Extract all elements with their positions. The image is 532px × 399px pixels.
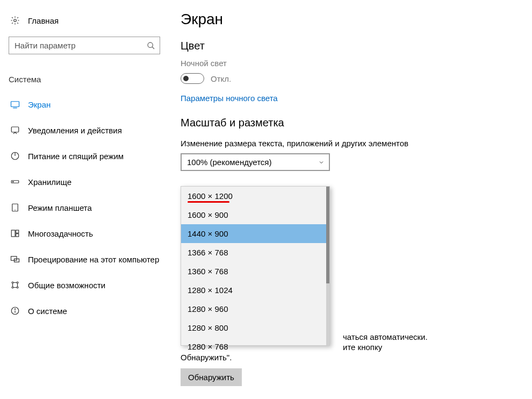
- sidebar-item-about[interactable]: О системе: [5, 298, 172, 324]
- svg-rect-5: [11, 127, 19, 132]
- resolution-option-selected[interactable]: 1440 × 900: [181, 224, 329, 243]
- main-content: Экран Цвет Ночной свет Откл. Параметры н…: [172, 0, 532, 399]
- sidebar-item-label: Экран: [28, 100, 51, 109]
- annotation-underline: [188, 201, 229, 203]
- storage-icon: [10, 176, 20, 187]
- svg-point-19: [12, 287, 13, 288]
- scale-value: 100% (рекомендуется): [187, 158, 271, 167]
- sidebar-item-label: Общие возможности: [28, 281, 105, 290]
- section-scale: Масштаб и разметка: [181, 117, 532, 129]
- partial-text: ите кнопку: [343, 343, 460, 352]
- resolution-option[interactable]: 1280 × 960: [181, 300, 329, 318]
- sidebar-item-tablet-mode[interactable]: Режим планшета: [5, 195, 172, 220]
- category-label: Система: [5, 70, 172, 91]
- sidebar-item-label: Проецирование на этот компьютер: [28, 255, 159, 264]
- gear-icon: [10, 15, 20, 26]
- sidebar: Главная Система Экран Уведомления и дейс…: [0, 0, 172, 399]
- page-title: Экран: [181, 11, 532, 28]
- home-nav[interactable]: Главная: [5, 11, 172, 30]
- sidebar-item-power[interactable]: Питание и спящий режим: [5, 143, 172, 169]
- display-icon: [10, 99, 20, 110]
- sidebar-item-label: О системе: [28, 307, 67, 316]
- scale-label: Изменение размера текста, приложений и д…: [181, 139, 532, 148]
- sidebar-item-label: Режим планшета: [28, 203, 92, 212]
- svg-point-20: [17, 287, 18, 288]
- resolution-option[interactable]: 1600 × 900: [181, 205, 329, 224]
- chevron-down-icon: [318, 159, 325, 166]
- svg-rect-15: [11, 256, 17, 261]
- multitask-icon: [10, 228, 20, 239]
- night-light-toggle[interactable]: [181, 73, 204, 84]
- dropdown-scrollbar[interactable]: [326, 187, 329, 345]
- svg-point-17: [12, 282, 13, 283]
- night-light-label: Ночной свет: [181, 59, 532, 68]
- sidebar-item-storage[interactable]: Хранилище: [5, 169, 172, 195]
- night-light-settings-link[interactable]: Параметры ночного света: [181, 94, 278, 103]
- home-label: Главная: [28, 16, 59, 25]
- detect-button[interactable]: Обнаружить: [181, 368, 242, 386]
- search-input-container[interactable]: [9, 37, 160, 54]
- svg-line-2: [152, 47, 154, 49]
- resolution-option[interactable]: 1360 × 768: [181, 262, 329, 281]
- scrollbar-thumb[interactable]: [326, 187, 329, 283]
- notification-icon: [10, 125, 20, 136]
- resolution-dropdown-list[interactable]: 1600 × 1200 1600 × 900 1440 × 900 1366 ×…: [181, 186, 330, 346]
- resolution-option[interactable]: 1366 × 768: [181, 243, 329, 262]
- svg-rect-3: [11, 102, 19, 107]
- sidebar-item-projecting[interactable]: Проецирование на этот компьютер: [5, 246, 172, 272]
- power-icon: [10, 151, 20, 161]
- project-icon: [10, 254, 20, 265]
- sidebar-item-label: Хранилище: [28, 177, 71, 187]
- sidebar-item-label: Уведомления и действия: [28, 126, 122, 135]
- sidebar-item-label: Питание и спящий режим: [28, 152, 124, 161]
- shared-icon: [10, 280, 20, 290]
- resolution-option[interactable]: 1280 × 1024: [181, 281, 329, 300]
- search-icon: [147, 41, 155, 50]
- svg-point-1: [148, 42, 153, 47]
- tablet-mode-icon: [10, 202, 20, 213]
- svg-point-23: [15, 309, 15, 309]
- resolution-option[interactable]: 1600 × 1200: [181, 187, 329, 205]
- sidebar-item-label: Многозадачность: [28, 229, 93, 238]
- partial-text: Обнаружить".: [181, 353, 460, 362]
- scale-dropdown[interactable]: 100% (рекомендуется): [181, 153, 330, 171]
- svg-point-18: [17, 282, 18, 283]
- svg-point-9: [13, 181, 14, 182]
- section-color: Цвет: [181, 40, 532, 52]
- toggle-thumb: [183, 76, 189, 81]
- sidebar-item-display[interactable]: Экран: [5, 91, 172, 117]
- svg-rect-12: [11, 230, 15, 237]
- partial-text: чаться автоматически.: [343, 332, 460, 341]
- sidebar-item-shared-experiences[interactable]: Общие возможности: [5, 272, 172, 298]
- sidebar-item-multitasking[interactable]: Многозадачность: [5, 220, 172, 246]
- svg-rect-14: [16, 234, 19, 237]
- search-input[interactable]: [15, 41, 147, 50]
- about-icon: [10, 305, 20, 316]
- svg-rect-13: [16, 230, 19, 233]
- svg-point-0: [14, 19, 17, 22]
- night-light-state: Откл.: [211, 74, 231, 83]
- sidebar-item-notifications[interactable]: Уведомления и действия: [5, 117, 172, 143]
